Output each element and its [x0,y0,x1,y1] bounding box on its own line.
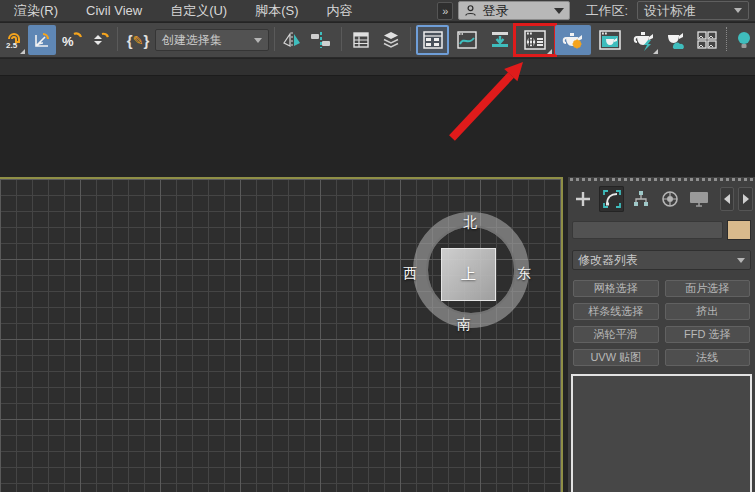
modifier-button-normal[interactable]: 法线 [665,349,751,366]
curve-editor-icon [456,30,478,50]
percent-snap-icon: % [61,30,83,50]
menu-scripting[interactable]: 脚本(S) [241,0,312,22]
main-toolbar: 2.5 % { ✎ } 创 [0,23,755,58]
layers-stack-icon [381,30,401,50]
object-color-swatch[interactable] [727,220,751,240]
chevron-down-icon [254,38,262,43]
toolbar-separator-dotted [723,27,730,53]
hierarchy-icon [631,189,651,209]
user-icon [464,4,477,17]
compass-north-label[interactable]: 北 [463,214,477,232]
tab-motion[interactable] [658,186,683,212]
layer-manager-button[interactable] [347,25,375,55]
arrow-right-icon [743,194,749,204]
viewport-top[interactable]: 上 北 西 东 南 [0,177,563,492]
menu-render[interactable]: 渲染(R) [0,0,72,22]
panel-scroll-right-button[interactable] [738,187,753,211]
pencil-icon: ✎ [133,34,144,47]
dope-sheet-button[interactable] [484,25,515,55]
toolbar-separator [271,27,278,53]
modifier-stack-list[interactable] [571,374,752,492]
compass-west-label[interactable]: 西 [403,265,417,283]
curve-editor-button[interactable] [451,25,482,55]
tab-hierarchy[interactable] [628,186,653,212]
a360-gallery-button[interactable] [693,25,721,55]
chevron-down-icon [554,8,564,14]
render-in-cloud-button[interactable] [661,25,691,55]
brace-right-glyph: } [143,33,149,48]
motion-icon [660,189,680,209]
dope-sheet-icon [489,30,511,50]
arrow-left-icon [724,194,730,204]
selection-set-value: 创建选择集 [162,32,222,49]
lighting-toggle-button[interactable] [732,25,755,55]
spinner-snap-icon [90,30,110,50]
snap-toggle-25-button[interactable]: 2.5 [2,25,26,55]
menu-overflow-button[interactable]: » [437,2,453,20]
layer-table-icon [351,30,371,50]
rendered-frame-icon [598,29,622,51]
material-editor-icon [523,29,547,51]
modifier-button-spline-select[interactable]: 样条线选择 [573,303,659,320]
align-icon [310,30,332,50]
object-name-row [572,220,751,240]
modifier-list-label: 修改器列表 [578,252,638,269]
plus-icon [574,190,592,208]
chevron-down-icon [737,258,745,263]
spinner-snap-toggle-button[interactable] [88,25,112,55]
command-panel: 修改器列表 网格选择 面片选择 样条线选择 挤出 涡轮平滑 FFD 选择 UVW… [568,177,755,492]
render-setup-button[interactable] [555,25,591,55]
material-editor-button[interactable] [517,25,553,55]
tab-display[interactable] [687,186,712,212]
workspace-dropdown[interactable]: 设计标准 [637,1,749,20]
object-name-input[interactable] [572,221,723,239]
render-production-button[interactable] [629,25,659,55]
display-monitor-icon [688,189,710,209]
modifier-list-dropdown[interactable]: 修改器列表 [572,250,751,270]
compass-south-label[interactable]: 南 [457,316,471,334]
modifier-button-uvw-map[interactable]: UVW 贴图 [573,349,659,366]
tab-modify[interactable] [599,186,624,212]
manage-layers-button[interactable] [377,25,405,55]
percent-snap-toggle-button[interactable]: % [58,25,86,55]
menu-customize[interactable]: 自定义(U) [156,0,241,22]
svg-text:%: % [62,34,74,49]
scene-explorer-icon [422,30,444,50]
light-bulb-icon [735,30,753,50]
modify-icon [602,189,622,209]
toolbar-separator [114,27,121,53]
tab-create[interactable] [570,186,595,212]
login-label: 登录 [482,2,508,20]
workspace-label: 工作区: [575,2,632,20]
viewcube-top-label: 上 [461,265,476,284]
modifier-button-patch-select[interactable]: 面片选择 [665,280,751,297]
3dsmax-window: 渲染(R) Civil View 自定义(U) 脚本(S) 内容 » 登录 工作… [0,0,755,492]
panel-scroll-left-button[interactable] [720,187,735,211]
rendered-frame-window-button[interactable] [593,25,627,55]
gallery-grid-icon [696,30,718,50]
login-dropdown[interactable]: 登录 [458,1,570,20]
cloud-render-icon [664,29,688,51]
mirror-button[interactable] [280,25,304,55]
modifier-buttons-grid: 网格选择 面片选择 样条线选择 挤出 涡轮平滑 FFD 选择 UVW 贴图 法线 [573,280,750,366]
menu-content[interactable]: 内容 [313,0,367,22]
modifier-button-turbosmooth[interactable]: 涡轮平滑 [573,326,659,343]
scene-explorer-toggle-button[interactable] [416,25,449,55]
menu-bar: 渲染(R) Civil View 自定义(U) 脚本(S) 内容 » 登录 工作… [0,0,755,22]
modifier-button-ffd-select[interactable]: FFD 选择 [665,326,751,343]
toolbar-separator [407,27,414,53]
render-setup-teapot-icon [560,29,586,51]
named-selection-set-dropdown[interactable]: 创建选择集 [155,29,269,51]
align-button[interactable] [306,25,336,55]
menu-civil-view[interactable]: Civil View [72,0,156,22]
render-teapot-icon [632,29,656,51]
angle-snap-icon [32,30,52,50]
modifier-button-mesh-select[interactable]: 网格选择 [573,280,659,297]
viewcube-top-face[interactable]: 上 [441,248,496,301]
compass-east-label[interactable]: 东 [517,265,531,283]
svg-text:2.5: 2.5 [6,41,18,50]
angle-snap-toggle-button[interactable] [28,25,56,55]
edit-named-selection-sets-button[interactable]: { ✎ } [123,25,153,55]
modifier-button-extrude[interactable]: 挤出 [665,303,751,320]
empty-area [0,77,755,177]
